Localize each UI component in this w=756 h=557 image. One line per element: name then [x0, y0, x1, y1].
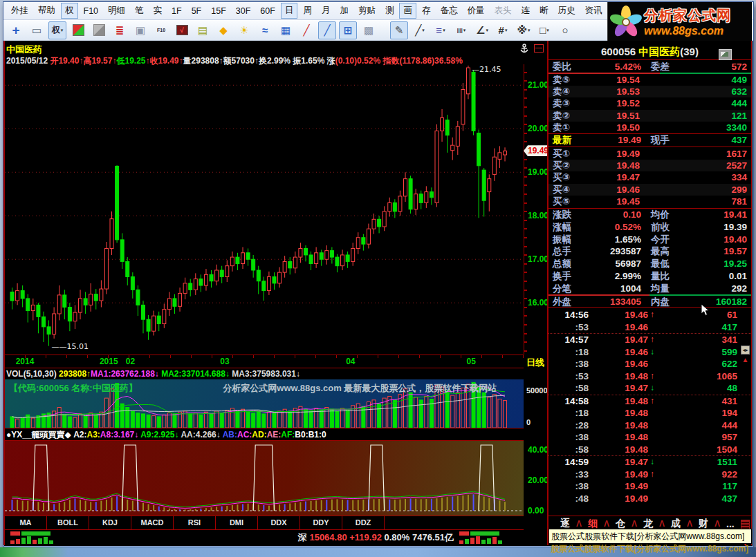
menu-item-存[interactable]: 存	[418, 3, 435, 19]
tick-row: :1819.48194	[548, 407, 751, 419]
indicator-tab-DDX[interactable]: DDX	[258, 516, 300, 529]
menu-item-30F[interactable]: 30F	[232, 4, 255, 18]
pane-pin-icon[interactable]	[519, 44, 529, 54]
indicator-axis-label: 0.00	[528, 506, 544, 516]
rights-adjust-button[interactable]: 权▾	[48, 21, 66, 39]
circle-tool-icon[interactable]: ○	[556, 21, 574, 39]
menu-item-明细[interactable]: 明细	[104, 3, 129, 19]
vlines-tool-icon[interactable]: ||||▾	[452, 21, 470, 39]
stock-name-label: 中国医药	[6, 44, 42, 56]
menu-item-外挂[interactable]: 外挂	[7, 3, 33, 19]
tick-row: 14:5719.47↑341	[548, 334, 751, 346]
cascade-windows-icon[interactable]: ▣	[131, 21, 149, 39]
bid-row[interactable]: 买③19.47334	[548, 171, 751, 183]
indicator-tab-MACD[interactable]: MACD	[131, 516, 174, 529]
chart-plus-icon[interactable]: ⊞	[339, 21, 357, 39]
rect-tool-icon[interactable]: □▾	[535, 21, 553, 39]
menu-item-备忘[interactable]: 备忘	[436, 3, 461, 19]
panel-tab-...[interactable]: ...	[720, 518, 741, 529]
bid-row[interactable]: 买②19.482527	[548, 160, 751, 171]
kline-chart[interactable]: —21.45——15.01	[5, 64, 524, 355]
indicator-axis-label: 40.00	[528, 445, 548, 455]
indicator-tab-DDY[interactable]: DDY	[300, 516, 342, 529]
fan-tool-icon[interactable]: ∠▾	[473, 21, 491, 39]
menu-item-实[interactable]: 实	[149, 3, 167, 19]
indicator-tab-RSI[interactable]: RSI	[174, 516, 216, 529]
indicator-chart[interactable]	[5, 440, 524, 516]
line-tool-icon[interactable]: ╱▾	[411, 21, 429, 39]
menu-item-画[interactable]: 画	[399, 3, 416, 19]
ruler-icon[interactable]: ▭	[28, 21, 46, 39]
period-label[interactable]: 日线	[526, 357, 544, 369]
wave-chart-icon[interactable]: ≈	[256, 21, 274, 39]
ask-row[interactable]: 卖③19.52444	[548, 97, 751, 109]
stat-row: 分笔1004均量292	[548, 283, 751, 295]
menu-item-帮助[interactable]: 帮助	[34, 3, 59, 19]
indicator-tab-bar: MABOLLKDJMACDRSIDMIDDXDDYDDZ	[5, 516, 524, 530]
menu-item-日[interactable]: 日	[281, 3, 298, 19]
tick-row: :1819.46↓599	[548, 346, 751, 359]
f10-info-icon[interactable]: F10	[152, 21, 170, 39]
tick-row: :5319.46417	[548, 321, 751, 334]
ask-row[interactable]: 卖⑤19.54449	[548, 74, 751, 86]
sun-settings-icon[interactable]: ☀	[235, 21, 253, 39]
stock-name: 中国医药	[638, 46, 680, 57]
tooltip-shadow-text: 股票公式股票软件下载[分析家公式网www.88gs.com]	[551, 543, 748, 554]
stat-row: 涨跌0.10均价19.41	[548, 209, 751, 221]
indicator-tab-BOLL[interactable]: BOLL	[47, 516, 89, 529]
scroll-up-icon[interactable]: ▲	[741, 356, 750, 364]
kline-style-icon[interactable]	[69, 21, 87, 39]
mini-chart-icon[interactable]: ╱	[297, 21, 315, 39]
ask-row[interactable]: 卖①19.503340	[548, 122, 751, 133]
menu-item-周[interactable]: 周	[299, 3, 316, 19]
table-grid-icon[interactable]: ▦	[277, 21, 295, 39]
period-day-icon[interactable]	[534, 44, 544, 53]
indicator-tab-DDZ[interactable]: DDZ	[342, 516, 385, 529]
ask-row[interactable]: 卖④19.53632	[548, 86, 751, 97]
hatch-tool-icon[interactable]: ※▾	[515, 21, 533, 39]
memo-cards-icon[interactable]: ▤	[194, 21, 212, 39]
menu-item-60F[interactable]: 60F	[256, 4, 279, 18]
pencil-draw-icon[interactable]: ✎	[390, 21, 408, 39]
index-status-text: 深 15064.80 +119.92 0.80% 7476.51亿	[298, 531, 454, 544]
channel-tool-icon[interactable]: ≡▾	[432, 21, 450, 39]
menu-item-表头[interactable]: 表头	[490, 3, 515, 19]
kline-style-off-icon[interactable]	[90, 21, 108, 39]
menu-item-1F[interactable]: 1F	[167, 4, 186, 18]
indicator-header: ●YX__籠頭買賣◆ A2:A3:A8:3.167↓ A9:2.925↓ AA:…	[6, 429, 522, 441]
indicator-tab-MA[interactable]: MA	[5, 516, 47, 529]
menu-item-连[interactable]: 连	[517, 3, 534, 19]
ask-row[interactable]: 卖②19.51121	[548, 110, 751, 122]
pan-icon[interactable]: +	[7, 21, 25, 39]
menu-item-权[interactable]: 权	[61, 3, 78, 19]
menu-item-F10[interactable]: F10	[80, 4, 103, 18]
splitter-button[interactable]: ◂▸	[741, 346, 750, 355]
menu-item-历史[interactable]: 历史	[553, 3, 579, 19]
menu-item-笔[interactable]: 笔	[131, 3, 148, 19]
menu-item-测[interactable]: 测	[381, 3, 398, 19]
menu-item-5F[interactable]: 5F	[187, 4, 206, 18]
menu-item-资讯[interactable]: 资讯	[580, 3, 606, 19]
menu-item-断[interactable]: 断	[535, 3, 553, 19]
warning-icon[interactable]: ◆	[214, 21, 232, 39]
menu-item-价量[interactable]: 价量	[463, 3, 488, 19]
chart-schedule-icon[interactable]: ▩	[360, 21, 378, 39]
volume-chart[interactable]	[5, 379, 524, 428]
date-axis-label: 04	[346, 357, 355, 366]
tick-scrollbar[interactable]: ◂▸ ▲ ▼	[741, 346, 750, 550]
gann-tool-icon[interactable]: #▾	[494, 21, 512, 39]
indicator-tab-KDJ[interactable]: KDJ	[89, 516, 131, 529]
trend-chart-icon[interactable]: ╱	[318, 21, 336, 39]
bid-row[interactable]: 买⑤19.45781	[548, 196, 751, 207]
menu-item-剪贴[interactable]: 剪贴	[354, 3, 380, 19]
panel-title-icon[interactable]	[719, 49, 732, 60]
bid-levels: 买①19.491617买②19.482527买③19.47334买④19.462…	[548, 148, 751, 207]
bid-row[interactable]: 买①19.491617	[548, 148, 751, 160]
report-check-icon[interactable]: √	[173, 21, 191, 39]
menu-item-月[interactable]: 月	[317, 3, 335, 19]
menu-item-加[interactable]: 加	[335, 3, 353, 19]
bid-row[interactable]: 买④19.46299	[548, 184, 751, 196]
menu-item-15F[interactable]: 15F	[207, 4, 230, 18]
indicator-tab-DMI[interactable]: DMI	[216, 516, 258, 529]
quote-list-icon[interactable]: ≣	[111, 21, 129, 39]
